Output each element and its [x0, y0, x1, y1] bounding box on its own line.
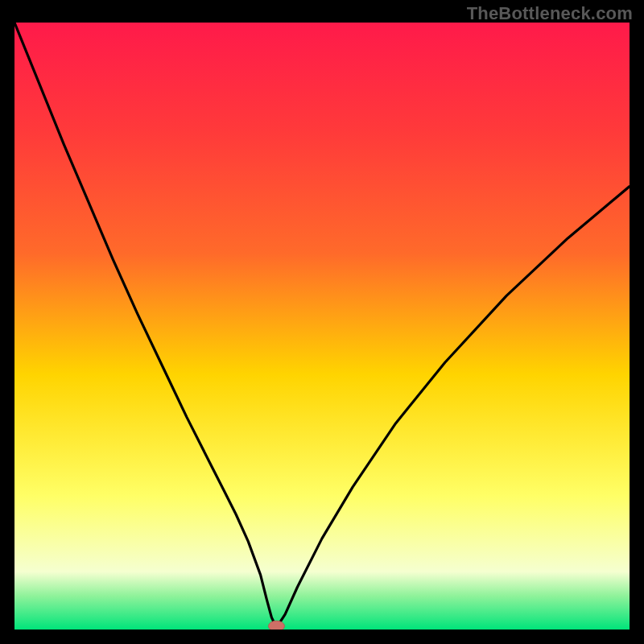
bottleneck-chart [14, 23, 630, 630]
watermark-text: TheBottleneck.com [467, 3, 633, 24]
svg-point-1 [268, 621, 284, 630]
plot-area [14, 23, 630, 630]
chart-frame: TheBottleneck.com [0, 0, 644, 644]
